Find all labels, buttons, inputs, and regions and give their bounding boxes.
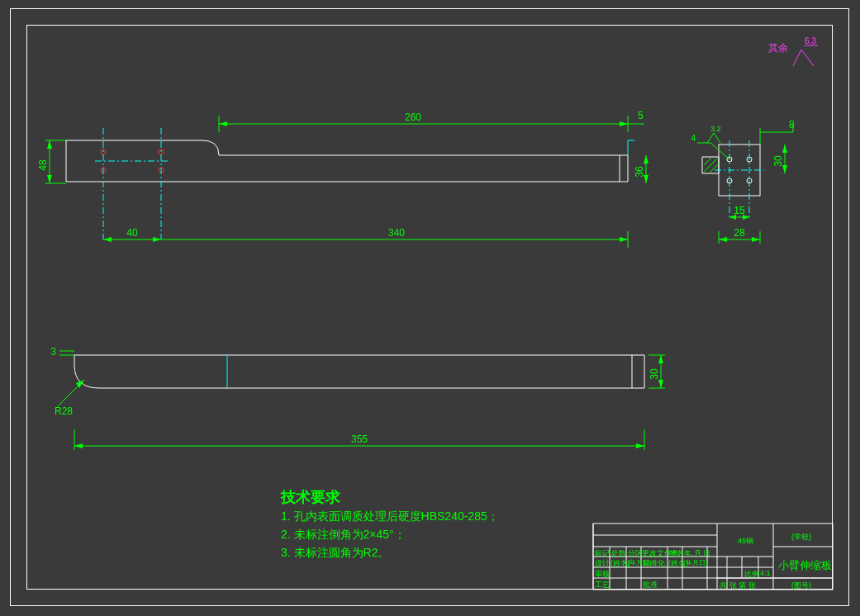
tech-line-2: 2. 未标注倒角为2×45°； (281, 525, 578, 543)
dim-8: 8 (789, 119, 795, 130)
dim-48: 48 (37, 159, 49, 171)
tech-line-3: 3. 未标注圆角为R2。 (281, 543, 578, 562)
dim-15: 15 (734, 205, 745, 216)
dim-28: 28 (734, 227, 745, 239)
svg-marker-29 (658, 380, 663, 388)
tb-r4c1: 工艺 (595, 580, 610, 590)
tech-line-1: 1. 孔内表面调质处理后硬度HBS240-285； (281, 507, 578, 525)
tb-scale-label: 比例 (744, 569, 759, 580)
svg-marker-11 (153, 237, 161, 242)
svg-marker-26 (752, 237, 760, 242)
tb-r2c1: 设计 (595, 558, 610, 569)
ra-value: 6.3 (805, 36, 816, 45)
tech-heading: 技术要求 (281, 487, 578, 507)
title-block: 标记 处数 分区 更改文件号 签名 年.月.日 设计 (姓名) (年月日) 标准… (593, 524, 833, 590)
svg-marker-31 (636, 443, 644, 448)
svg-line-15 (704, 157, 712, 165)
ra-32: 3.2 (710, 125, 721, 133)
svg-marker-10 (103, 237, 112, 242)
tb-r4c2: 批准 (643, 580, 658, 590)
dim-355: 355 (351, 434, 368, 445)
dim-5: 5 (638, 110, 644, 121)
svg-marker-28 (658, 355, 663, 363)
dim-260: 260 (405, 111, 421, 123)
end-view: 3.2 8 30 15 28 4 (702, 128, 810, 260)
dim-340: 340 (388, 227, 405, 239)
svg-marker-8 (644, 155, 649, 163)
dim-36: 36 (634, 166, 645, 178)
tb-r2c4: 标准化 (643, 558, 665, 569)
tb-material: 45钢 (738, 536, 753, 547)
dim-30: 30 (772, 155, 784, 167)
svg-marker-5 (620, 121, 628, 126)
hole-dia: 4 (691, 134, 696, 143)
other-label: 其余 (768, 42, 788, 54)
dim-30b: 30 (649, 368, 660, 380)
surface-finish-mark: 其余 6.3 (768, 41, 826, 74)
top-view: 3 R28 30 355 (66, 347, 677, 479)
tb-r2c6: (年月日) (683, 558, 707, 567)
tb-school: (学校) (791, 532, 811, 543)
svg-marker-25 (719, 237, 727, 242)
svg-marker-21 (782, 145, 787, 153)
tb-partno: (图号) (791, 580, 811, 591)
front-view-dims: 260 5 48 36 40 340 (50, 107, 677, 264)
svg-marker-4 (219, 121, 227, 126)
tech-requirements: 技术要求 1. 孔内表面调质处理后硬度HBS240-285； 2. 未标注倒角为… (281, 487, 578, 562)
dim-40: 40 (126, 227, 138, 239)
tb-r3c1: 审核 (595, 569, 610, 580)
tb-partname: 小臂伸缩板 (778, 558, 832, 573)
dim-3: 3 (50, 346, 56, 358)
tb-scale: 4:1 (760, 569, 771, 577)
svg-marker-30 (74, 443, 83, 448)
svg-marker-12 (620, 237, 628, 242)
dim-r28: R28 (55, 405, 73, 417)
tb-sheets: 共 张 第 张 (720, 580, 756, 591)
